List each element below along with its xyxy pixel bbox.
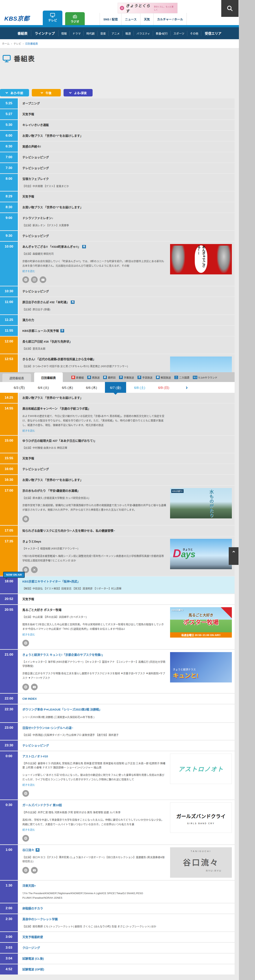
main-nav-item-教養・紀行[interactable]: 教養・紀行	[153, 31, 171, 36]
program-row: 1:00谷口流々再【出演】谷口キヨコ 【ゲスト】澤井宏美 (しょう油スイーツ店オ…	[0, 845, 234, 880]
date-item-6/5 (水)[interactable]: 6/5 (水)	[62, 385, 73, 390]
main-nav-item-スポーツ[interactable]: スポーツ	[171, 31, 187, 36]
program-row: 20:55馬るごと大好き ポスター牧場【出演】中山彩葉 【声の出演】浜田順平 (…	[0, 605, 234, 649]
program-title[interactable]: 試験電波 (CL後)	[22, 957, 44, 960]
program-title[interactable]: 卵殻膜のチカラ	[22, 907, 43, 910]
program-cast: 【出演】森脇健児 柳田光司	[22, 252, 166, 256]
program-cast: 【出演】谷口キヨコ 【ゲスト】澤井宏美 (しょう油スイーツ店オーナー) 【谷口流…	[22, 855, 166, 864]
program-body: テレビショッピング	[18, 286, 234, 296]
main-nav-item-報道[interactable]: 報道	[123, 31, 134, 36]
thumbnail-text: キュンと!	[173, 671, 198, 679]
program-title[interactable]: きょうと経済テラス キュンと!「京都企業のサブスクを特集!」	[22, 653, 105, 656]
program-time: 7:00	[0, 152, 18, 162]
period-tab-よる・深夜[interactable]: よる・深夜	[64, 89, 92, 96]
program-title[interactable]: アストロノオト#10	[22, 755, 48, 758]
main-nav-item-アニメ[interactable]: アニメ	[109, 31, 123, 36]
back-to-top-button[interactable]	[229, 547, 239, 565]
program-cast: 【声の出演】豪徳寺ミラ:内田真礼 宮坂拓己:斉藤壮馬 若林蓮:釘宮理恵 若林富裕…	[22, 762, 166, 770]
program-cast: 【出演】かつみ・さゆり 村田千弥 女と男 (ワダちゃん・市川) 澤武博之 (KB…	[22, 364, 166, 369]
breadcrumb-tv[interactable]: テレビ	[14, 42, 21, 45]
date-item-6/3 (月)[interactable]: 6/3 (月)	[14, 385, 25, 390]
next-week-arrow[interactable]: ›	[186, 384, 188, 390]
program-title[interactable]: KBS京都エキサイトナイター「阪神×西武」	[22, 580, 80, 583]
date-item-6/4 (火)[interactable]: 6/4 (火)	[38, 385, 49, 390]
main-nav-item-ドラマ[interactable]: ドラマ	[70, 31, 84, 36]
x-icon[interactable]	[31, 566, 38, 573]
program-time: 8:00	[0, 174, 18, 191]
program-thumbnail-angya[interactable]: あんぎゃでござる!!	[170, 244, 232, 274]
program-thumbnail-kyun[interactable]: きょうと経済テラスキュンと!	[170, 652, 232, 682]
program-time: 21:00	[0, 650, 18, 693]
main-nav-item-情報[interactable]: 情報	[59, 31, 70, 36]
program-thumbnail-taniguchi[interactable]: TANIGUCHI谷口流々RYU-RYU	[170, 847, 232, 878]
program-title[interactable]: テレビショッピング	[22, 744, 49, 747]
program-title[interactable]: 目指せ!!クラウン!16~シングルへの道~	[22, 726, 73, 730]
date-item-6/9 (日)[interactable]: 6/9 (日)	[158, 385, 169, 390]
program-cast: 【出演】里見浩太朗	[22, 347, 167, 351]
tab-daily-schedule[interactable]: 日別番組表	[34, 372, 63, 382]
main-nav-item-バラエティ[interactable]: バラエティ	[134, 31, 153, 36]
main-nav-item-時代劇[interactable]: 時代劇	[84, 31, 97, 36]
web-icon[interactable]	[22, 276, 29, 283]
program-thumbnail-gbc[interactable]: ガールズバンドクライGIRLS BAND CRY	[170, 802, 232, 833]
utility-link[interactable]: 天気	[140, 13, 153, 25]
utility-link[interactable]: SNS / 配信	[100, 13, 121, 25]
main-nav-item-受信エリア[interactable]: 受信エリア	[201, 30, 225, 36]
breadcrumb-home[interactable]: ホーム	[2, 42, 10, 45]
program-title[interactable]: 天気予報最終便	[22, 935, 43, 939]
read-more-link[interactable]: 続きを読む	[22, 783, 35, 786]
program-body: お買い物プラス 「世界の“!”をお届けします」	[18, 393, 234, 403]
kbs-kyoto-logo[interactable]: KBS京都	[4, 14, 29, 22]
read-more-link[interactable]: 続きを読む	[22, 429, 35, 433]
program-title-line: テレビショッピング	[22, 166, 231, 170]
tab-radio[interactable]: ラジオ	[65, 12, 85, 25]
program-thumbnail-days[interactable]: きょうとDays	[170, 539, 232, 569]
tab-tv[interactable]: テレビ	[43, 11, 62, 25]
period-tab-午後[interactable]: 午後	[32, 89, 61, 96]
chevron-down-icon	[5, 91, 8, 94]
youtube-icon[interactable]	[40, 276, 46, 283]
web-icon[interactable]	[22, 640, 29, 646]
program-title: お買い物プラス 「世界の“!”をお届けします」	[22, 396, 83, 399]
period-tab-あさ・午前[interactable]: あさ・午前	[0, 89, 29, 96]
web-icon[interactable]	[22, 835, 29, 842]
program-title-line: 宝塚カフェブレイク	[22, 177, 231, 181]
program-title-line: きょうとDays	[22, 539, 166, 544]
program-title[interactable]: ガールズバンドクライ 第10話	[22, 803, 62, 807]
program-title[interactable]: 試験電波 (OP前)	[22, 968, 44, 971]
breadcrumb-current[interactable]: 日別番組表	[25, 42, 38, 45]
date-item-6/8 (土)[interactable]: 6/8 (土)	[134, 385, 145, 390]
utility-link[interactable]: カルチャー / ホール	[153, 13, 187, 25]
program-title[interactable]: CM INDEX	[22, 697, 37, 700]
web-icon[interactable]	[22, 515, 29, 522]
program-thumbnail-mizu[interactable]: KBS京都TV水ものがたり	[170, 488, 232, 519]
program-title[interactable]: クロージング	[22, 946, 40, 950]
youtube-icon[interactable]	[31, 684, 38, 690]
read-more-link[interactable]: 続きを読む	[22, 828, 35, 831]
program-thumbnail-poster[interactable]: KBS京都TV馬るごと大好きポスター牧場毎週金曜日 20:55~21:00 ON…	[170, 607, 232, 638]
main-nav-item-ラインナップ[interactable]: ラインナップ	[31, 30, 59, 36]
kyoto-kurasu-banner[interactable]: きょうとくらす 京のくらし、もっと楽しく	[118, 3, 177, 13]
read-more-link[interactable]: 続きを読む	[22, 633, 35, 636]
instagram-icon[interactable]	[31, 276, 38, 283]
search-button[interactable]	[221, 0, 239, 17]
read-more-link[interactable]: 続きを読む	[22, 269, 35, 273]
main-nav-item-音楽[interactable]: 音楽	[97, 31, 109, 36]
web-icon[interactable]	[22, 790, 29, 797]
program-body: お買い物プラス 「世界の“!”をお届けします」	[18, 202, 234, 212]
youtube-icon[interactable]	[31, 867, 38, 873]
program-title[interactable]: ボウリング革命 P★LEAGUE「シリーズ2023第2戦 決勝戦」	[22, 708, 102, 711]
utility-link[interactable]: ニュース	[121, 13, 140, 25]
main-nav-item-番組表[interactable]: 番組表	[14, 30, 31, 36]
date-item-6/6 (木)[interactable]: 6/6 (木)	[86, 385, 97, 390]
program-thumbnail-astro[interactable]: アストロノオト	[170, 754, 232, 784]
program-thumbnail-kirakin[interactable]: きらきん!	[170, 356, 232, 372]
program-row: 22:00CM INDEX	[0, 694, 234, 704]
program-title[interactable]: 真夜中のシークレット学園	[22, 918, 58, 921]
program-title[interactable]: 洋楽天国+	[22, 884, 36, 887]
program-title[interactable]: 谷口流々	[22, 848, 34, 852]
web-icon[interactable]	[22, 684, 29, 690]
web-icon[interactable]	[22, 867, 29, 873]
tab-weekly-schedule[interactable]: 週間番組表	[2, 374, 31, 382]
main-nav-item-その他[interactable]: その他	[187, 31, 201, 36]
